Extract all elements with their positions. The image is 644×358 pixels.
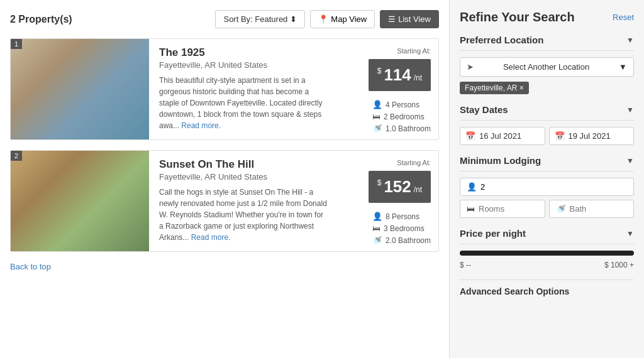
starting-at-label-1: Starting At: xyxy=(397,45,431,55)
property-card-1: 1 The 1925 Fayetteville, AR United State… xyxy=(10,38,439,140)
bedrooms-amenity-2: 🛏 3 Bedrooms xyxy=(372,224,431,233)
refine-search-panel: Refine Your Search Reset Preferred Locat… xyxy=(449,0,644,358)
location-select-arrow-icon: ▼ xyxy=(619,62,627,72)
price-range-bar[interactable] xyxy=(460,251,634,256)
property-count: 2 Property(s) xyxy=(10,14,72,25)
property-description-1: This beautiful city-style apartment is s… xyxy=(159,75,328,131)
date-from-value: 16 Jul 2021 xyxy=(479,131,521,141)
persons-field[interactable] xyxy=(480,182,627,192)
location-tag-container: Fayetteville, AR × xyxy=(460,77,634,94)
price-range-values: $ -- $ 1000 + xyxy=(460,261,634,269)
back-to-top[interactable]: Back to top xyxy=(10,262,439,271)
property-description-2: Call the hogs in style at Sunset On The … xyxy=(159,187,328,243)
minimum-lodging-label[interactable]: Minimum Lodging ▼ xyxy=(460,155,634,171)
starting-at-label-2: Starting At: xyxy=(397,157,431,167)
persons-icon-1: 👤 xyxy=(372,100,382,109)
list-view-button[interactable]: ☰ List View xyxy=(380,10,439,28)
calendar-from-icon: 📅 xyxy=(465,131,475,141)
list-view-label: List View xyxy=(398,14,431,24)
refine-header: Refine Your Search Reset xyxy=(460,10,634,24)
list-icon: ☰ xyxy=(388,14,396,24)
rooms-input[interactable]: 🛏 xyxy=(460,200,545,218)
persons-lodging-icon: 👤 xyxy=(467,182,477,192)
property-card-2: 2 Sunset On The Hill Fayetteville, AR Un… xyxy=(10,150,439,252)
price-per-1: /nt xyxy=(414,73,422,82)
read-more-1[interactable]: Read more. xyxy=(181,121,221,130)
stay-dates-label[interactable]: Stay Dates ▼ xyxy=(460,104,634,121)
map-view-label: Map View xyxy=(331,14,367,24)
price-arrow-icon: ▼ xyxy=(626,229,634,238)
top-controls: Sort By: Featured ⬍ 📍 Map View ☰ List Vi… xyxy=(215,10,439,28)
bedrooms-amenity-1: 🛏 2 Bedrooms xyxy=(372,112,431,121)
price-amount-2: 152 xyxy=(384,177,411,196)
card-right-1: Starting At: $ 114 /nt 👤 4 Persons 🛏 2 B… xyxy=(338,39,438,139)
persons-icon-2: 👤 xyxy=(372,212,382,221)
bath-icon-1: 🚿 xyxy=(372,124,382,133)
preferred-location-section: Preferred Location ▼ ➤ Select Another Lo… xyxy=(460,35,634,94)
price-box-2: $ 152 /nt xyxy=(369,171,431,203)
price-box-1: $ 114 /nt xyxy=(369,59,431,91)
navigation-icon: ➤ xyxy=(467,62,474,72)
price-per-night-section: Price per night ▼ $ -- $ 1000 + xyxy=(460,228,634,269)
price-amount-1: 114 xyxy=(384,65,411,84)
property-image-2[interactable] xyxy=(11,151,149,251)
location-select-dropdown[interactable]: ➤ Select Another Location ▼ xyxy=(460,57,634,77)
date-to-input[interactable]: 📅 19 Jul 2021 xyxy=(549,127,635,145)
bath-field[interactable] xyxy=(570,204,628,214)
persons-input[interactable]: 👤 xyxy=(460,178,634,196)
minimum-lodging-section: Minimum Lodging ▼ 👤 🛏 🚿 xyxy=(460,155,634,218)
bathrooms-amenity-2: 🚿 2.0 Bathroom xyxy=(372,236,431,245)
sort-arrow-icon: ⬍ xyxy=(290,14,297,24)
stay-dates-arrow-icon: ▼ xyxy=(626,106,634,114)
card-body-1: The 1925 Fayetteville, AR United States … xyxy=(149,39,338,139)
preferred-location-label[interactable]: Preferred Location ▼ xyxy=(460,35,634,51)
card-number-1: 1 xyxy=(11,39,22,49)
price-min: $ -- xyxy=(460,261,471,269)
sort-button[interactable]: Sort By: Featured ⬍ xyxy=(215,10,305,28)
room-bath-row: 🛏 🚿 xyxy=(460,200,634,218)
property-location-2: Fayetteville, AR United States xyxy=(159,172,328,182)
date-to-value: 19 Jul 2021 xyxy=(569,131,611,141)
bed-icon-1: 🛏 xyxy=(372,112,380,121)
persons-amenity-1: 👤 4 Persons xyxy=(372,100,431,109)
amenities-1: 👤 4 Persons 🛏 2 Bedrooms 🚿 1.0 Bathroom xyxy=(372,100,431,133)
bed-icon-2: 🛏 xyxy=(372,224,380,233)
card-body-2: Sunset On The Hill Fayetteville, AR Unit… xyxy=(149,151,338,251)
stay-dates-section: Stay Dates ▼ 📅 16 Jul 2021 📅 19 Jul 2021 xyxy=(460,104,634,145)
price-per-night-label[interactable]: Price per night ▼ xyxy=(460,228,634,244)
read-more-2[interactable]: Read more. xyxy=(191,233,231,242)
amenities-2: 👤 8 Persons 🛏 3 Bedrooms 🚿 2.0 Bathroom xyxy=(372,212,431,245)
sort-label: Sort By: Featured xyxy=(223,14,287,24)
minimum-lodging-arrow-icon: ▼ xyxy=(626,156,634,165)
card-right-2: Starting At: $ 152 /nt 👤 8 Persons 🛏 3 B… xyxy=(338,151,438,251)
bath-input[interactable]: 🚿 xyxy=(549,200,635,218)
location-tag-fayetteville: Fayetteville, AR × xyxy=(460,82,529,94)
bath-lodging-icon: 🚿 xyxy=(556,204,566,214)
bed-lodging-icon: 🛏 xyxy=(467,204,475,214)
bath-icon-2: 🚿 xyxy=(372,236,382,245)
property-list-panel: 2 Property(s) Sort By: Featured ⬍ 📍 Map … xyxy=(0,0,449,358)
bathrooms-amenity-1: 🚿 1.0 Bathroom xyxy=(372,124,431,133)
map-pin-icon: 📍 xyxy=(318,14,328,24)
date-row: 📅 16 Jul 2021 📅 19 Jul 2021 xyxy=(460,127,634,145)
persons-row: 👤 xyxy=(460,178,634,196)
preferred-location-arrow-icon: ▼ xyxy=(626,36,634,45)
persons-amenity-2: 👤 8 Persons xyxy=(372,212,431,221)
property-name-2[interactable]: Sunset On The Hill xyxy=(159,158,328,171)
location-select-placeholder: Select Another Location xyxy=(503,62,589,72)
property-name-1[interactable]: The 1925 xyxy=(159,46,328,59)
price-per-2: /nt xyxy=(414,185,422,194)
refine-title: Refine Your Search xyxy=(460,10,575,24)
price-max: $ 1000 + xyxy=(604,261,634,269)
property-location-1: Fayetteville, AR United States xyxy=(159,60,328,70)
advanced-search-options[interactable]: Advanced Search Options xyxy=(460,279,634,296)
property-image-1[interactable] xyxy=(11,39,149,139)
map-view-button[interactable]: 📍 Map View xyxy=(310,10,375,28)
calendar-to-icon: 📅 xyxy=(555,131,565,141)
card-number-2: 2 xyxy=(11,151,22,161)
date-from-input[interactable]: 📅 16 Jul 2021 xyxy=(460,127,545,145)
top-bar: 2 Property(s) Sort By: Featured ⬍ 📍 Map … xyxy=(10,10,439,28)
reset-button[interactable]: Reset xyxy=(613,13,634,22)
rooms-field[interactable] xyxy=(479,204,538,214)
